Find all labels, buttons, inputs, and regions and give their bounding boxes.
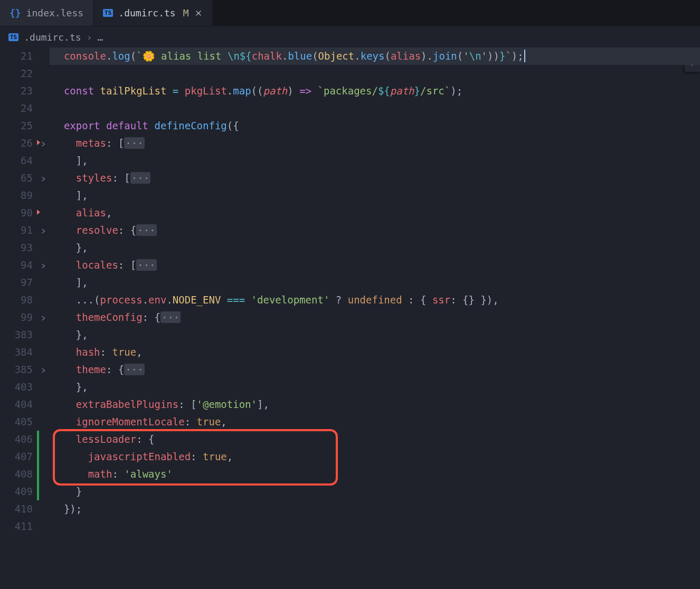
tab-label: index.less: [26, 7, 83, 18]
code-content[interactable]: ],: [50, 152, 700, 169]
line-number: 90: [0, 204, 37, 222]
code-line[interactable]: 26 metas: [···: [0, 135, 700, 152]
code-content[interactable]: alias,: [50, 204, 700, 222]
line-number: 65: [0, 169, 37, 187]
line-number: 385: [0, 361, 37, 378]
line-number: 407: [0, 448, 37, 466]
code-content[interactable]: }: [50, 483, 700, 500]
line-number: 93: [0, 239, 37, 256]
braces-icon: {}: [10, 7, 21, 18]
line-number: 408: [0, 466, 37, 483]
code-line[interactable]: 89 ],: [0, 187, 700, 204]
line-number: 91: [0, 222, 37, 239]
code-content[interactable]: theme: {···: [50, 361, 700, 378]
breadcrumb-file[interactable]: .dumirc.ts: [24, 32, 81, 43]
code-content[interactable]: const tailPkgList = pkgList.map((path) =…: [50, 82, 700, 100]
line-number: 99: [0, 309, 37, 326]
fold-toggle[interactable]: [37, 361, 50, 378]
line-number: 411: [0, 518, 37, 535]
line-number: 406: [0, 431, 37, 448]
code-content[interactable]: metas: [···: [50, 135, 700, 152]
code-line[interactable]: 384 hash: true,: [0, 344, 700, 361]
fold-toggle[interactable]: [37, 309, 50, 326]
code-content[interactable]: });: [50, 500, 700, 518]
line-number: 404: [0, 396, 37, 413]
tab-label: .dumirc.ts: [118, 7, 175, 18]
code-line[interactable]: 385 theme: {···: [0, 361, 700, 378]
code-content[interactable]: math: 'always': [50, 466, 700, 483]
line-number: 384: [0, 344, 37, 361]
code-content[interactable]: ...(process.env.NODE_ENV === 'developmen…: [50, 291, 700, 309]
code-line[interactable]: 405 ignoreMomentLocale: true,: [0, 413, 700, 431]
code-line[interactable]: 406 lessLoader: {: [0, 431, 700, 448]
line-number: 383: [0, 326, 37, 344]
code-line[interactable]: 22: [0, 65, 700, 82]
code-content[interactable]: lessLoader: {: [50, 431, 700, 448]
code-content[interactable]: console.log(`🌼 alias list \n${chalk.blue…: [50, 48, 700, 65]
git-added-bar: [37, 431, 39, 448]
code-line[interactable]: 99 themeConfig: {···: [0, 309, 700, 326]
line-number: 97: [0, 274, 37, 291]
line-number: 22: [0, 65, 37, 82]
git-added-bar: [37, 466, 39, 483]
code-line[interactable]: 383 },: [0, 326, 700, 344]
code-line[interactable]: 408 math: 'always': [0, 466, 700, 483]
tab-dumirc-ts[interactable]: TS .dumirc.ts M: [93, 0, 212, 26]
code-content[interactable]: ignoreMomentLocale: true,: [50, 413, 700, 431]
code-line[interactable]: 23 const tailPkgList = pkgList.map((path…: [0, 82, 700, 100]
line-number: 23: [0, 82, 37, 100]
breadcrumb-trail[interactable]: …: [97, 32, 103, 43]
code-line[interactable]: 407 javascriptEnabled: true,: [0, 448, 700, 466]
chevron-right-icon: ›: [87, 32, 92, 43]
code-line[interactable]: 98 ...(process.env.NODE_ENV === 'develop…: [0, 291, 700, 309]
code-content[interactable]: styles: [···: [50, 169, 700, 187]
code-content[interactable]: },: [50, 326, 700, 344]
warning-marker: [37, 140, 40, 145]
line-number: 26: [0, 135, 37, 152]
cursor: [524, 50, 525, 62]
tab-bar: {} index.less TS .dumirc.ts M: [0, 0, 700, 26]
code-line[interactable]: 403 },: [0, 378, 700, 396]
line-number: 410: [0, 500, 37, 518]
code-content[interactable]: locales: [···: [50, 256, 700, 274]
code-content[interactable]: },: [50, 239, 700, 256]
code-line[interactable]: 25 export default defineConfig({: [0, 117, 700, 135]
code-line[interactable]: 410 });: [0, 500, 700, 518]
tab-index-less[interactable]: {} index.less: [0, 0, 93, 26]
code-content[interactable]: extraBabelPlugins: ['@emotion'],: [50, 396, 700, 413]
code-content[interactable]: export default defineConfig({: [50, 117, 700, 135]
code-content[interactable]: themeConfig: {···: [50, 309, 700, 326]
code-line[interactable]: 64 ],: [0, 152, 700, 169]
code-content[interactable]: },: [50, 378, 700, 396]
line-number: 409: [0, 483, 37, 500]
code-content[interactable]: hash: true,: [50, 344, 700, 361]
fold-toggle[interactable]: [37, 169, 50, 187]
code-line[interactable]: 91 resolve: {···: [0, 222, 700, 239]
fold-toggle[interactable]: [37, 256, 50, 274]
fold-toggle[interactable]: [37, 222, 50, 239]
code-content[interactable]: ],: [50, 187, 700, 204]
code-line[interactable]: 24: [0, 100, 700, 117]
code-line[interactable]: 90 alias,: [0, 204, 700, 222]
code-line[interactable]: 411: [0, 518, 700, 535]
line-number: 98: [0, 291, 37, 309]
code-line[interactable]: 97 ],: [0, 274, 700, 291]
code-line[interactable]: 21 console.log(`🌼 alias list \n${chalk.b…: [0, 48, 700, 65]
code-content[interactable]: resolve: {···: [50, 222, 700, 239]
code-line[interactable]: 409 }: [0, 483, 700, 500]
line-number: 21: [0, 48, 37, 65]
git-added-bar: [37, 483, 39, 500]
warning-marker: [37, 210, 40, 215]
line-number: 94: [0, 256, 37, 274]
breadcrumb: TS .dumirc.ts › …: [0, 26, 700, 48]
close-icon[interactable]: [194, 9, 203, 17]
code-line[interactable]: 93 },: [0, 239, 700, 256]
modified-indicator: M: [183, 7, 189, 18]
code-line[interactable]: 404 extraBabelPlugins: ['@emotion'],: [0, 396, 700, 413]
line-number: 403: [0, 378, 37, 396]
code-line[interactable]: 94 locales: [···: [0, 256, 700, 274]
code-content[interactable]: javascriptEnabled: true,: [50, 448, 700, 466]
code-content[interactable]: ],: [50, 274, 700, 291]
code-line[interactable]: 65 styles: [···: [0, 169, 700, 187]
code-editor[interactable]: 21 console.log(`🌼 alias list \n${chalk.b…: [0, 48, 700, 535]
